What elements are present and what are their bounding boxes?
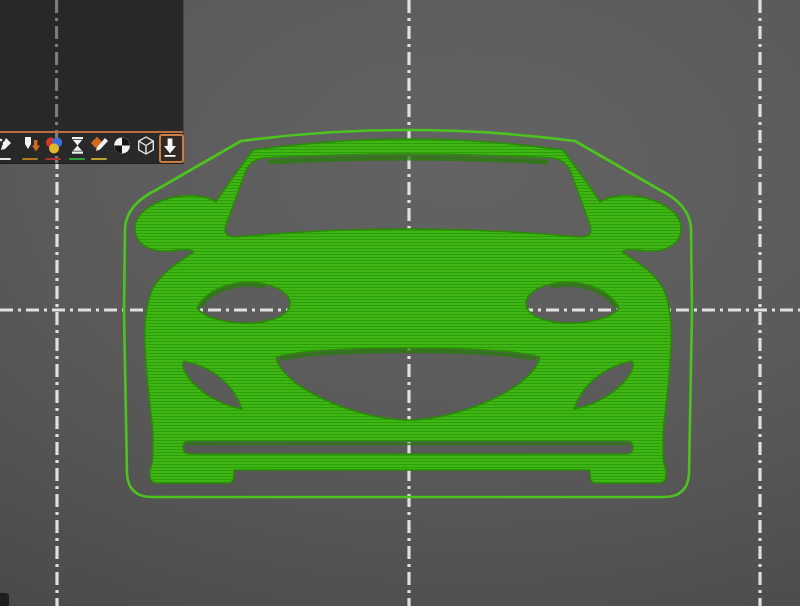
place-on-bed-tool-icon — [160, 137, 180, 158]
wireframe-cube-tool-icon — [136, 135, 156, 156]
edit-tool-icon — [90, 135, 110, 156]
origin-marker-tool-button[interactable] — [112, 135, 132, 162]
tool-toolbar[interactable] — [0, 134, 183, 163]
tool-underline — [91, 158, 107, 160]
wireframe-cube-tool-button[interactable] — [136, 135, 156, 162]
tool-underline — [69, 158, 85, 160]
corner-widget-fragment — [0, 593, 9, 606]
edit-tool-button[interactable] — [90, 135, 110, 162]
seam-tool-button[interactable] — [21, 135, 41, 162]
sketch-tool-button[interactable] — [0, 135, 14, 162]
tool-underline — [22, 158, 38, 160]
tool-underline — [45, 158, 61, 160]
tool-underline — [0, 158, 11, 160]
hourglass-tool-icon — [68, 135, 88, 156]
origin-marker-tool-icon — [112, 135, 132, 156]
viewport[interactable] — [0, 0, 800, 606]
toolbar-separator — [0, 131, 183, 133]
hourglass-tool-button[interactable] — [68, 135, 88, 162]
seam-tool-icon — [21, 135, 41, 156]
side-panel — [0, 0, 184, 164]
color-paint-tool-icon — [44, 135, 64, 156]
sketch-tool-icon — [0, 135, 14, 156]
color-paint-tool-button[interactable] — [44, 135, 64, 162]
place-on-bed-tool-button[interactable] — [159, 134, 184, 163]
